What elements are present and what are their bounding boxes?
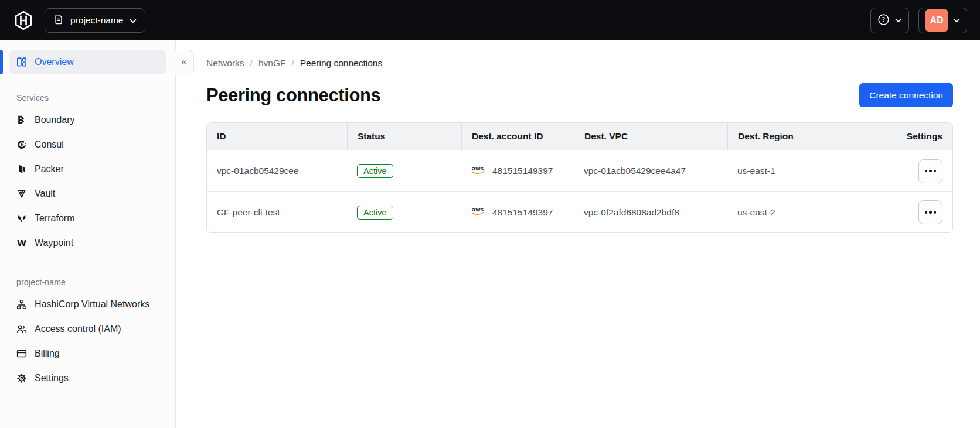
chevron-down-icon bbox=[953, 16, 960, 25]
status-badge: Active bbox=[357, 206, 393, 220]
breadcrumb-networks[interactable]: Networks bbox=[206, 58, 244, 69]
sidebar-item-label: Settings bbox=[35, 373, 69, 384]
project-switcher[interactable]: project-name bbox=[45, 8, 145, 33]
avatar: AD bbox=[925, 9, 948, 32]
sidebar-item-hvn[interactable]: HashiCorp Virtual Networks bbox=[9, 292, 166, 317]
row-actions-button[interactable] bbox=[918, 200, 942, 224]
sidebar-item-label: Terraform bbox=[35, 213, 74, 224]
column-header-vpc: Dest. VPC bbox=[574, 123, 727, 150]
help-menu-button[interactable]: ? bbox=[870, 8, 909, 33]
breadcrumb-separator: / bbox=[291, 58, 294, 69]
sidebar-item-label: Billing bbox=[35, 348, 60, 359]
breadcrumb-separator: / bbox=[250, 58, 253, 69]
sidebar-item-settings[interactable]: Settings bbox=[9, 366, 166, 391]
table-row: GF-peer-cli-test Active aws 481515149 bbox=[207, 191, 952, 232]
collapse-icon: « bbox=[182, 57, 187, 67]
terraform-icon bbox=[16, 213, 27, 224]
hashicorp-logo[interactable] bbox=[13, 10, 34, 31]
sidebar-item-label: Boundary bbox=[35, 115, 75, 125]
sidebar-item-label: Consul bbox=[35, 139, 64, 150]
cell-status: Active bbox=[347, 164, 461, 178]
aws-icon: aws bbox=[471, 206, 487, 218]
sidebar-item-overview[interactable]: Overview bbox=[9, 50, 166, 74]
peering-connections-table: ID Status Dest. account ID Dest. VPC Des… bbox=[206, 122, 953, 233]
sidebar-item-consul[interactable]: Consul bbox=[9, 132, 166, 157]
packer-icon bbox=[16, 164, 27, 174]
sidebar-item-vault[interactable]: Vault bbox=[9, 182, 166, 206]
table-header: ID Status Dest. account ID Dest. VPC Des… bbox=[207, 123, 952, 150]
cell-account-id: aws 481515149397 bbox=[461, 165, 574, 177]
svg-text:aws: aws bbox=[472, 206, 484, 213]
sidebar-item-label: Access control (IAM) bbox=[35, 324, 121, 334]
sidebar-item-label: Overview bbox=[35, 57, 74, 67]
breadcrumb: Networks / hvnGF / Peering connections bbox=[206, 58, 953, 69]
sidebar-item-billing[interactable]: Billing bbox=[9, 341, 166, 366]
boundary-icon bbox=[16, 115, 27, 125]
help-icon: ? bbox=[877, 13, 890, 28]
svg-text:?: ? bbox=[882, 16, 886, 23]
sidebar-item-boundary[interactable]: Boundary bbox=[9, 108, 166, 132]
cell-region: us-east-2 bbox=[727, 207, 842, 218]
column-header-status: Status bbox=[347, 123, 461, 150]
sidebar-item-iam[interactable]: Access control (IAM) bbox=[9, 317, 166, 341]
svg-text:aws: aws bbox=[472, 165, 484, 172]
cell-region: us-east-1 bbox=[727, 166, 842, 176]
chevron-down-icon bbox=[130, 15, 137, 26]
create-connection-button[interactable]: Create connection bbox=[859, 83, 953, 107]
topbar: project-name ? bbox=[0, 0, 980, 40]
vault-icon bbox=[16, 189, 27, 199]
sidebar-item-terraform[interactable]: Terraform bbox=[9, 206, 166, 231]
sidebar-item-label: Vault bbox=[35, 189, 55, 199]
sidebar: « Overview Services bbox=[0, 40, 176, 428]
cell-id: vpc-01acb05429cee bbox=[207, 166, 347, 176]
account-id-value: 481515149397 bbox=[492, 166, 553, 176]
cell-settings bbox=[842, 200, 952, 224]
sidebar-section-services: Services bbox=[9, 93, 166, 102]
main-content: Networks / hvnGF / Peering connections P… bbox=[176, 40, 980, 428]
account-menu-button[interactable]: AD bbox=[918, 8, 967, 33]
app-window: project-name ? bbox=[0, 0, 980, 428]
sidebar-item-label: Waypoint bbox=[35, 238, 73, 248]
column-header-settings: Settings bbox=[842, 123, 952, 150]
column-header-id: ID bbox=[207, 123, 347, 150]
sidebar-section-project: project-name bbox=[9, 278, 166, 287]
gear-icon bbox=[16, 373, 27, 384]
project-switcher-label: project-name bbox=[70, 15, 123, 26]
sidebar-item-label: Packer bbox=[35, 164, 64, 174]
cell-vpc: vpc-01acb05429cee4a47 bbox=[574, 166, 727, 176]
page-title: Peering connections bbox=[206, 85, 380, 106]
cell-id: GF-peer-cli-test bbox=[207, 207, 347, 218]
sidebar-item-label: HashiCorp Virtual Networks bbox=[35, 299, 149, 310]
sidebar-item-waypoint[interactable]: W Waypoint bbox=[9, 231, 166, 255]
dashboard-icon bbox=[16, 57, 27, 67]
cell-settings bbox=[842, 159, 952, 183]
breadcrumb-hvn[interactable]: hvnGF bbox=[258, 58, 286, 69]
aws-icon: aws bbox=[471, 165, 487, 177]
cell-account-id: aws 481515149397 bbox=[461, 206, 574, 218]
document-icon bbox=[53, 14, 64, 27]
svg-text:W: W bbox=[17, 238, 26, 248]
topbar-right: ? AD bbox=[870, 8, 967, 33]
column-header-account: Dest. account ID bbox=[461, 123, 574, 150]
waypoint-icon: W bbox=[16, 238, 27, 248]
column-header-region: Dest. Region bbox=[727, 123, 842, 150]
users-icon bbox=[16, 324, 27, 334]
account-id-value: 481515149397 bbox=[492, 207, 553, 218]
sidebar-item-packer[interactable]: Packer bbox=[9, 157, 166, 182]
sidebar-collapse-button[interactable]: « bbox=[175, 50, 194, 74]
network-sitemap-icon bbox=[16, 299, 27, 310]
cell-status: Active bbox=[347, 206, 461, 220]
status-badge: Active bbox=[357, 164, 393, 178]
cell-vpc: vpc-0f2afd6808ad2bdf8 bbox=[574, 207, 727, 218]
breadcrumb-current: Peering connections bbox=[300, 58, 382, 69]
row-actions-button[interactable] bbox=[918, 159, 942, 183]
credit-card-icon bbox=[16, 348, 27, 359]
table-row: vpc-01acb05429cee Active aws 48151514 bbox=[207, 150, 952, 191]
consul-icon bbox=[16, 139, 27, 150]
chevron-down-icon bbox=[895, 16, 902, 25]
